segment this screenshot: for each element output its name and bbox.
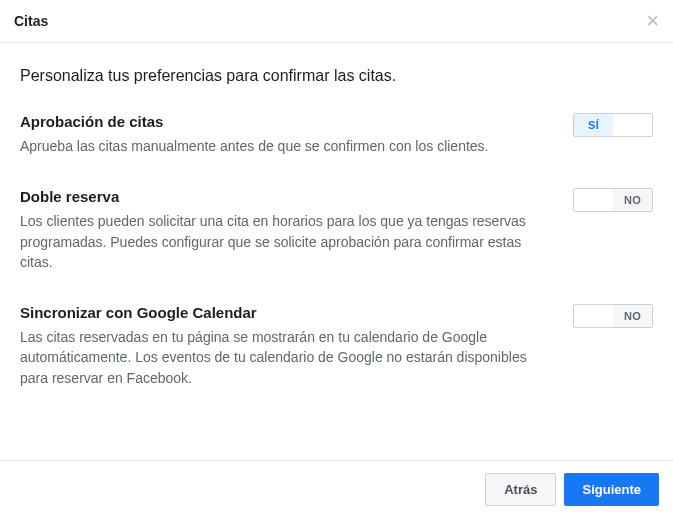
calendar-sync-desc: Las citas reservadas en tu página se mos… xyxy=(20,327,540,388)
calendar-sync-toggle[interactable]: NO xyxy=(573,304,653,328)
section-header: Doble reserva Los clientes pueden solici… xyxy=(20,188,653,272)
back-button[interactable]: Atrás xyxy=(485,473,556,506)
toggle-off-side xyxy=(613,114,652,136)
dialog-footer: Atrás Siguiente xyxy=(0,460,673,518)
approval-desc: Aprueba las citas manualmente antes de q… xyxy=(20,136,489,156)
section-header: Aprobación de citas Aprueba las citas ma… xyxy=(20,113,653,156)
approval-title: Aprobación de citas xyxy=(20,113,489,130)
toggle-on-side xyxy=(574,305,613,327)
section-text: Aprobación de citas Aprueba las citas ma… xyxy=(20,113,489,156)
dialog-header: Citas × xyxy=(0,0,673,43)
toggle-on-label: SÍ xyxy=(574,114,613,136)
approval-toggle[interactable]: SÍ xyxy=(573,113,653,137)
double-booking-toggle[interactable]: NO xyxy=(573,188,653,212)
double-booking-title: Doble reserva xyxy=(20,188,540,205)
section-text: Doble reserva Los clientes pueden solici… xyxy=(20,188,540,272)
toggle-off-label: NO xyxy=(613,189,652,211)
section-header: Sincronizar con Google Calendar Las cita… xyxy=(20,304,653,388)
dialog-content: Personaliza tus preferencias para confir… xyxy=(0,43,673,460)
appointments-dialog: Citas × Personaliza tus preferencias par… xyxy=(0,0,673,518)
close-icon[interactable]: × xyxy=(646,10,659,32)
section-text: Sincronizar con Google Calendar Las cita… xyxy=(20,304,540,388)
intro-text: Personaliza tus preferencias para confir… xyxy=(20,67,653,85)
approval-section: Aprobación de citas Aprueba las citas ma… xyxy=(20,113,653,156)
toggle-on-side xyxy=(574,189,613,211)
double-booking-desc: Los clientes pueden solicitar una cita e… xyxy=(20,211,540,272)
next-button[interactable]: Siguiente xyxy=(564,473,659,506)
double-booking-section: Doble reserva Los clientes pueden solici… xyxy=(20,188,653,272)
dialog-title: Citas xyxy=(14,13,48,29)
calendar-sync-section: Sincronizar con Google Calendar Las cita… xyxy=(20,304,653,388)
calendar-sync-title: Sincronizar con Google Calendar xyxy=(20,304,540,321)
toggle-off-label: NO xyxy=(613,305,652,327)
